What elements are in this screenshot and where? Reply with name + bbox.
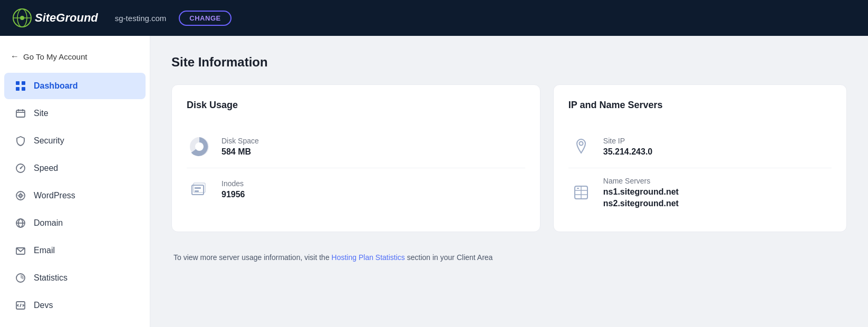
sidebar-item-security[interactable]: Security — [4, 128, 146, 154]
name-servers-row: Name Servers ns1.siteground.net ns2.site… — [568, 168, 832, 217]
main-content: Site Information Disk Usage — [150, 36, 868, 327]
sidebar-statistics-label: Statistics — [34, 273, 67, 283]
svg-rect-7 — [22, 87, 25, 91]
logo: SiteGround — [13, 8, 98, 27]
go-to-my-account-button[interactable]: ← Go To My Account — [0, 44, 150, 69]
svg-rect-5 — [22, 81, 25, 85]
sidebar-item-speed[interactable]: Speed — [4, 155, 146, 181]
sidebar-wordpress-label: WordPress — [34, 191, 75, 200]
svg-point-13 — [20, 168, 22, 169]
statistics-icon — [15, 272, 26, 284]
sidebar-item-dashboard[interactable]: Dashboard — [4, 73, 146, 99]
wordpress-icon — [15, 190, 26, 201]
sidebar-devs-label: Devs — [34, 301, 53, 310]
svg-rect-4 — [16, 81, 20, 85]
svg-rect-27 — [195, 190, 199, 192]
info-cards-row: Disk Usage Disk Space 584 MB — [171, 84, 847, 232]
sidebar-item-site[interactable]: Site — [4, 100, 146, 127]
sidebar-item-domain[interactable]: Domain — [4, 210, 146, 236]
footer-info-text: To view more server usage information, v… — [171, 245, 847, 270]
inodes-row: Inodes 91956 — [187, 168, 525, 210]
current-domain: sg-testing.com — [115, 14, 167, 23]
ns2-value: ns2.siteground.net — [603, 199, 679, 208]
svg-line-22 — [20, 304, 21, 307]
email-icon — [15, 245, 26, 256]
sidebar-security-label: Security — [34, 136, 64, 146]
site-ip-label: Site IP — [603, 137, 652, 145]
back-arrow-icon: ← — [11, 52, 19, 61]
inodes-svg — [188, 178, 211, 201]
site-icon — [15, 108, 26, 119]
disk-usage-card-title: Disk Usage — [187, 100, 525, 111]
sidebar-site-label: Site — [34, 109, 49, 118]
disk-usage-card: Disk Usage Disk Space 584 MB — [171, 84, 541, 232]
inodes-icon — [187, 177, 212, 202]
siteground-logo-icon — [13, 8, 32, 27]
change-domain-button[interactable]: CHANGE — [179, 11, 231, 26]
disk-space-value: 584 MB — [221, 147, 259, 157]
hosting-plan-statistics-link[interactable]: Hosting Plan Statistics — [332, 253, 405, 262]
ns1-value: ns1.siteground.net — [603, 187, 679, 197]
sidebar-domain-label: Domain — [34, 218, 63, 228]
location-pin-svg — [570, 135, 593, 158]
svg-point-29 — [579, 142, 583, 146]
page-title: Site Information — [171, 55, 847, 70]
logo-text: SiteGround — [35, 11, 98, 25]
sidebar-speed-label: Speed — [34, 164, 58, 173]
sidebar: ← Go To My Account Dashboard — [0, 36, 150, 327]
svg-point-3 — [20, 16, 24, 20]
inodes-label: Inodes — [221, 179, 245, 188]
svg-rect-6 — [16, 87, 20, 91]
globe-svg — [570, 181, 593, 204]
disk-space-icon — [187, 134, 212, 159]
main-layout: ← Go To My Account Dashboard — [0, 36, 868, 327]
devs-icon — [15, 300, 26, 311]
ip-nameservers-card: IP and Name Servers Site IP 35.214.243.0 — [553, 84, 847, 232]
sidebar-email-label: Email — [34, 246, 55, 255]
domain-icon — [15, 217, 26, 229]
sidebar-item-devs[interactable]: Devs — [4, 292, 146, 319]
footer-text-after: section in your Client Area — [405, 253, 493, 262]
name-servers-label: Name Servers — [603, 177, 679, 185]
go-back-label: Go To My Account — [23, 52, 87, 61]
pie-chart-svg — [188, 135, 211, 158]
site-ip-icon — [568, 134, 594, 159]
site-ip-value: 35.214.243.0 — [603, 147, 652, 157]
footer-text-before: To view more server usage information, v… — [173, 253, 332, 262]
svg-point-24 — [195, 142, 204, 151]
disk-space-label: Disk Space — [221, 137, 259, 145]
security-icon — [15, 135, 26, 147]
ip-nameservers-card-title: IP and Name Servers — [568, 100, 832, 111]
site-ip-content: Site IP 35.214.243.0 — [603, 137, 652, 157]
disk-space-row: Disk Space 584 MB — [187, 126, 525, 168]
inodes-content: Inodes 91956 — [221, 179, 245, 199]
sidebar-item-statistics[interactable]: Statistics — [4, 265, 146, 291]
disk-space-content: Disk Space 584 MB — [221, 137, 259, 157]
name-servers-icon — [568, 180, 594, 205]
dashboard-icon — [15, 80, 26, 92]
inodes-value: 91956 — [221, 190, 245, 199]
speed-icon — [15, 162, 26, 174]
sidebar-item-email[interactable]: Email — [4, 237, 146, 264]
sidebar-item-wordpress[interactable]: WordPress — [4, 182, 146, 209]
site-ip-row: Site IP 35.214.243.0 — [568, 126, 832, 168]
sidebar-dashboard-label: Dashboard — [34, 81, 78, 91]
top-navbar: SiteGround sg-testing.com CHANGE — [0, 0, 868, 36]
svg-rect-26 — [195, 187, 201, 189]
svg-rect-8 — [16, 110, 25, 117]
svg-rect-34 — [577, 188, 579, 189]
name-servers-content: Name Servers ns1.siteground.net ns2.site… — [603, 177, 679, 208]
